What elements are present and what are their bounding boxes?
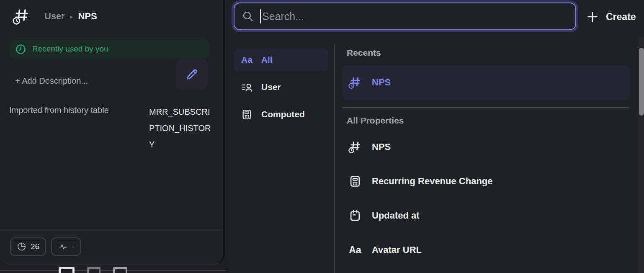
recent-item-nps[interactable]: NPS — [343, 65, 631, 100]
calculator-icon — [348, 175, 362, 188]
background-column-icon — [59, 267, 75, 273]
recents-header: Recents — [347, 47, 631, 59]
panel-divider — [334, 44, 335, 273]
usage-count-value: 26 — [31, 242, 39, 251]
imported-from-row: Imported from history table MRR_SUBSCRIP… — [9, 104, 215, 153]
pie-chart-icon — [17, 242, 27, 252]
tab-computed[interactable]: Computed — [234, 103, 328, 126]
imported-from-label: Imported from history table — [9, 104, 109, 153]
background-column-icon — [87, 267, 100, 273]
tab-user[interactable]: User — [234, 76, 328, 98]
tab-user-label: User — [261, 82, 281, 92]
property-item-label: Recurring Revenue Change — [372, 176, 493, 187]
create-button-label: Create — [606, 11, 636, 23]
text-caret — [260, 9, 261, 23]
trend-value: - — [72, 242, 75, 251]
results-list: Recents NPS All Properties NPS — [343, 47, 631, 267]
search-icon — [242, 10, 254, 22]
plus-icon — [586, 10, 599, 23]
calendar-icon — [348, 209, 362, 222]
search-input[interactable]: Search... — [262, 10, 304, 23]
tab-all-label: All — [261, 55, 273, 65]
property-list: NPS Recurring Revenue Change — [343, 130, 631, 267]
recently-used-label: Recently used by you — [32, 44, 108, 54]
user-list-icon — [241, 82, 252, 93]
tab-all[interactable]: Aa All — [234, 49, 328, 71]
background-column-icon — [113, 267, 127, 273]
property-item-updated-at[interactable]: Updated at — [343, 198, 631, 233]
chevron-right-icon: ▸ — [70, 12, 73, 21]
recently-used-badge: Recently used by you — [9, 40, 209, 58]
filter-tabs: Aa All User Computed — [234, 49, 328, 126]
usage-count-button[interactable]: 26 — [10, 237, 46, 256]
imported-from-value: MRR_SUBSCRIPTION_HISTORY — [149, 104, 215, 153]
panel-footer: 26 - — [0, 229, 223, 265]
property-item-label: Avatar URL — [372, 245, 422, 255]
breadcrumb: User ▸ NPS — [44, 11, 97, 22]
breadcrumb-current: NPS — [78, 11, 97, 22]
text-type-icon: Aa — [348, 245, 362, 256]
number-history-icon — [348, 140, 362, 154]
section-divider — [343, 107, 629, 108]
search-bar[interactable]: Search... — [234, 3, 576, 30]
edit-button[interactable] — [176, 59, 208, 90]
number-history-icon — [348, 76, 362, 89]
tab-computed-label: Computed — [261, 109, 305, 119]
property-item-recurring-revenue-change[interactable]: Recurring Revenue Change — [343, 164, 631, 198]
number-history-icon — [13, 8, 30, 25]
panel-header: User ▸ NPS — [13, 8, 97, 25]
create-button[interactable]: Create — [586, 7, 644, 27]
add-description-button[interactable]: + Add Description... — [15, 76, 88, 86]
property-item-label: Updated at — [372, 210, 420, 221]
property-item-nps[interactable]: NPS — [343, 130, 631, 164]
property-item-label: NPS — [372, 142, 391, 152]
text-type-icon: Aa — [241, 55, 252, 65]
calculator-icon — [241, 109, 252, 120]
scrollbar-thumb[interactable] — [639, 48, 644, 116]
trend-button[interactable]: - — [51, 237, 81, 256]
clock-icon — [15, 44, 26, 55]
property-detail-panel: User ▸ NPS Recently used by you + Add De… — [0, 0, 225, 265]
pencil-icon — [185, 67, 199, 82]
breadcrumb-parent[interactable]: User — [44, 11, 65, 22]
activity-pulse-icon — [58, 242, 68, 252]
property-item-avatar-url[interactable]: Aa Avatar URL — [343, 233, 631, 267]
background-page — [0, 264, 226, 273]
recent-item-label: NPS — [372, 77, 391, 88]
all-properties-header: All Properties — [347, 115, 631, 126]
